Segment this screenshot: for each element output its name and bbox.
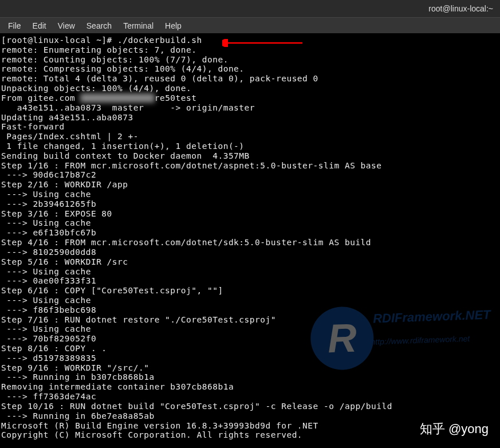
menubar: File Edit View Search Terminal Help xyxy=(0,17,500,33)
output-line: ---> Using cache xyxy=(1,267,499,277)
terminal-output[interactable]: [root@linux-local ~]# ./dockerbuild.sh r… xyxy=(0,33,500,442)
window-titlebar: root@linux-local:~ xyxy=(0,0,500,17)
shell-prompt: [root@linux-local ~]# xyxy=(1,36,117,45)
output-line: Step 1/16 : FROM mcr.microsoft.com/dotne… xyxy=(1,161,499,171)
menu-search[interactable]: Search xyxy=(81,19,117,32)
output-line: Step 6/16 : COPY ["Core50Test.csproj", "… xyxy=(1,286,499,296)
menu-help[interactable]: Help xyxy=(159,19,187,32)
output-line: ---> Running in b307cb868b1a xyxy=(1,372,499,382)
output-line: ---> d51978389835 xyxy=(1,353,499,363)
output-line: ---> e6f130bfc67b xyxy=(1,228,499,238)
output-line: ---> 2b39461265fb xyxy=(1,199,499,209)
output-line: ---> ff7363de74ac xyxy=(1,392,499,402)
menu-edit[interactable]: Edit xyxy=(27,19,52,32)
menu-terminal[interactable]: Terminal xyxy=(117,19,159,32)
output-line: ---> Using cache xyxy=(1,218,499,228)
output-line: From gitee.com :xxxxxxxxxx/core50test xyxy=(1,93,499,103)
redacted-text: :xxxxxxxxxx/co xyxy=(80,93,154,103)
output-line: Updating a43e151..aba0873 xyxy=(1,113,499,123)
output-line: a43e151..aba0873 master -> origin/master xyxy=(1,103,499,113)
output-line: Step 10/16 : RUN dotnet build "Core50Tes… xyxy=(1,402,499,411)
output-line: Step 5/16 : WORKDIR /src xyxy=(1,257,499,267)
output-line: Step 4/16 : FROM mcr.microsoft.com/dotne… xyxy=(1,238,499,247)
output-line: ---> 8102590d0dd8 xyxy=(1,247,499,257)
menu-file[interactable]: File xyxy=(2,19,27,32)
output-line: ---> Running in 6be7ea8a85ab xyxy=(1,411,499,421)
output-line: remote: Compressing objects: 100% (4/4),… xyxy=(1,64,499,74)
output-line: ---> f86f3bebc698 xyxy=(1,305,499,315)
output-line: 1 file changed, 1 insertion(+), 1 deleti… xyxy=(1,142,499,151)
output-line: Pages/Index.cshtml | 2 +- xyxy=(1,132,499,142)
output-line: Sending build context to Docker daemon 4… xyxy=(1,151,499,161)
output-line: ---> Using cache xyxy=(1,190,499,199)
output-line: Copyright (C) Microsoft Corporation. All… xyxy=(1,430,499,440)
shell-command: ./dockerbuild.sh xyxy=(117,36,202,45)
output-line: Step 2/16 : WORKDIR /app xyxy=(1,180,499,190)
output-line: ---> 90d6c17b87c2 xyxy=(1,170,499,180)
output-line: Removing intermediate container b307cb86… xyxy=(1,382,499,392)
menu-view[interactable]: View xyxy=(52,19,81,32)
output-line: Step 9/16 : WORKDIR "/src/." xyxy=(1,363,499,373)
output-line: Step 7/16 : RUN dotnet restore "./Core50… xyxy=(1,315,499,325)
prompt-line: [root@linux-local ~]# ./dockerbuild.sh xyxy=(1,36,499,45)
output-line: Step 8/16 : COPY . . xyxy=(1,344,499,353)
output-line: remote: Total 4 (delta 3), reused 0 (del… xyxy=(1,74,499,84)
output-line: ---> 70bf829052f0 xyxy=(1,334,499,344)
output-line: Fast-forward xyxy=(1,122,499,132)
output-line: Unpacking objects: 100% (4/4), done. xyxy=(1,84,499,93)
output-line: remote: Counting objects: 100% (7/7), do… xyxy=(1,55,499,65)
output-line: Step 3/16 : EXPOSE 80 xyxy=(1,209,499,219)
output-line: remote: Enumerating objects: 7, done. xyxy=(1,45,499,55)
output-line: ---> 0ae00f333f31 xyxy=(1,276,499,286)
output-line: Microsoft (R) Build Engine version 16.8.… xyxy=(1,421,499,431)
window-title: root@linux-local:~ xyxy=(428,4,493,13)
output-line: ---> Using cache xyxy=(1,324,499,334)
output-line: ---> Using cache xyxy=(1,296,499,305)
